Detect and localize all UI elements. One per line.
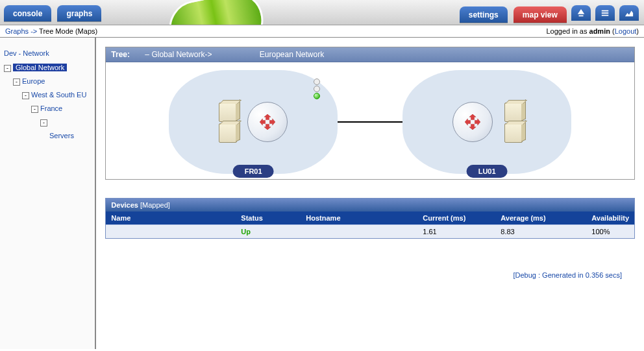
tab-settings[interactable]: settings <box>460 6 508 23</box>
cell-name <box>106 225 236 238</box>
map-title-parent: Global Network-> <box>151 50 212 59</box>
chart-icon[interactable] <box>619 5 639 21</box>
sidebar-item[interactable]: -Global Network <box>4 62 91 73</box>
breadcrumb-bar: Graphs -> Tree Mode (Maps) Logged in as … <box>0 25 644 38</box>
col-hostname: Hostname <box>301 212 417 224</box>
logged-in-prefix: Logged in as <box>546 27 589 35</box>
map-title-sep: – <box>145 50 151 59</box>
breadcrumb: Graphs -> Tree Mode (Maps) <box>5 27 97 35</box>
devices-table-title: Devices [Mapped] <box>106 199 634 212</box>
col-name: Name <box>106 212 236 224</box>
map-title-current: European Network <box>260 50 324 59</box>
cell-hostname <box>301 225 417 238</box>
tree-toggle-icon[interactable]: - <box>22 92 29 99</box>
sidebar-tree: Dev - Network-Global Network-Europe-West… <box>0 38 96 349</box>
col-current: Current (ms) <box>417 212 495 224</box>
tree-toggle-icon[interactable]: - <box>13 79 20 86</box>
login-status: Logged in as admin (Logout) <box>546 27 639 35</box>
sidebar-item[interactable]: - <box>4 117 91 128</box>
logout-link[interactable]: Logout <box>615 27 637 35</box>
server-icon <box>219 103 236 141</box>
map-title-prefix: Tree: <box>111 50 130 59</box>
map-canvas: FR01LU01 <box>106 62 634 179</box>
server-icon <box>504 103 521 141</box>
tree-toggle-icon[interactable]: - <box>4 65 11 72</box>
network-cloud[interactable]: FR01 <box>169 70 338 174</box>
link-line <box>338 121 402 123</box>
sidebar-item[interactable]: Servers <box>4 130 91 141</box>
network-cloud[interactable]: LU01 <box>402 70 571 174</box>
logged-in-user: admin <box>589 27 610 35</box>
cell-availability: 100% <box>586 225 634 238</box>
router-icon <box>452 102 493 142</box>
sidebar-item[interactable]: -Europe <box>4 76 91 87</box>
tree-icon[interactable] <box>571 5 591 21</box>
tree-toggle-icon[interactable]: - <box>40 119 47 127</box>
tab-map-view[interactable]: map view <box>514 6 567 23</box>
map-panel: Tree: – Global Network-> European Networ… <box>105 47 635 180</box>
map-panel-header: Tree: – Global Network-> European Networ… <box>106 47 634 62</box>
cell-status: Up <box>236 225 301 238</box>
node-label: LU01 <box>467 165 508 178</box>
status-led-stack <box>313 78 321 100</box>
sidebar-item[interactable]: -France <box>4 103 91 114</box>
logo-swoosh <box>164 0 269 25</box>
devices-title-text: Devices <box>111 201 138 209</box>
node-label: FR01 <box>233 165 274 178</box>
col-average: Average (ms) <box>495 212 586 224</box>
sidebar-item[interactable]: Dev - Network <box>4 48 91 58</box>
tree-toggle-icon[interactable]: - <box>31 106 38 113</box>
right-tab-group: settings map view <box>456 0 639 23</box>
main-pane: Tree: – Global Network-> European Networ… <box>96 38 644 349</box>
sidebar-item[interactable]: -West & South EU <box>4 90 91 101</box>
cell-current: 1.61 <box>417 225 495 238</box>
top-bar: console graphs settings map view <box>0 0 644 25</box>
devices-table: Devices [Mapped] Name Status Hostname Cu… <box>105 198 635 239</box>
devices-title-suffix: [Mapped] <box>138 201 170 209</box>
menu-icon[interactable] <box>595 5 615 21</box>
tab-graphs[interactable]: graphs <box>57 5 101 21</box>
debug-line: [Debug : Generated in 0.356 secs] <box>105 271 635 279</box>
router-icon <box>247 102 288 142</box>
tab-console[interactable]: console <box>4 5 51 21</box>
table-row[interactable]: Up1.618.83100% <box>106 224 634 238</box>
devices-table-header-row: Name Status Hostname Current (ms) Averag… <box>106 212 634 224</box>
breadcrumb-root-link[interactable]: Graphs <box>5 27 29 35</box>
devices-table-body: Up1.618.83100% <box>106 224 634 238</box>
breadcrumb-sep: -> <box>29 27 39 35</box>
breadcrumb-current: Tree Mode (Maps) <box>39 27 97 35</box>
col-status: Status <box>236 212 301 224</box>
cell-average: 8.83 <box>495 225 586 238</box>
col-availability: Availability <box>586 212 634 224</box>
body-layout: Dev - Network-Global Network-Europe-West… <box>0 38 644 349</box>
